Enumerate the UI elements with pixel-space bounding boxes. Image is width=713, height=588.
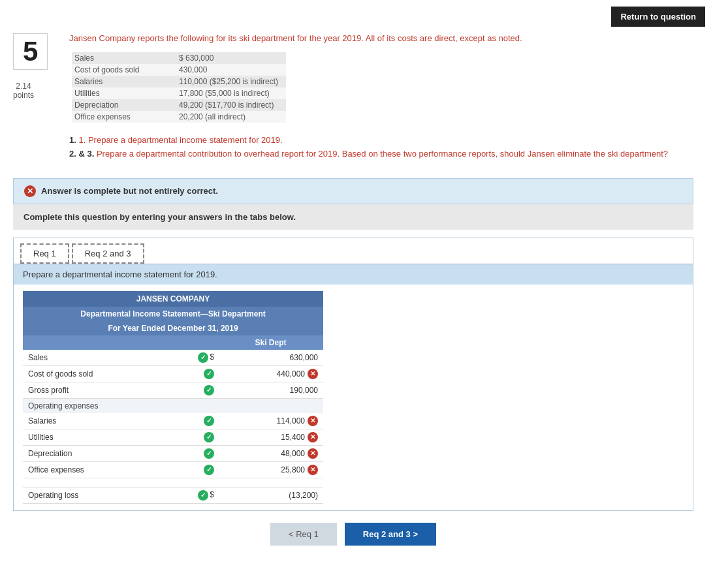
x-icon: ✕ xyxy=(308,432,318,442)
given-item-label: Salaries xyxy=(72,76,176,87)
question-intro: Jansen Company reports the following for… xyxy=(69,33,693,43)
row-label: Gross profit xyxy=(23,382,188,398)
points-label: points xyxy=(13,91,34,100)
given-item-value: 110,000 ($25,200 is indirect) xyxy=(176,76,286,87)
row-value: 440,000✕ xyxy=(218,365,323,382)
given-data-row: Depreciation 49,200 ($17,700 is indirect… xyxy=(72,99,286,111)
statement-period: For Year Ended December 31, 2019 xyxy=(23,321,323,335)
check-icon: ✓ xyxy=(204,369,214,379)
row-value: 630,000 xyxy=(218,350,323,366)
given-item-label: Office expenses xyxy=(72,111,176,123)
row-value: 190,000 xyxy=(218,382,323,398)
income-statement-row: Depreciation ✓ 48,000✕ xyxy=(23,445,323,461)
income-statement-row: Utilities ✓ 15,400✕ xyxy=(23,429,323,445)
row-label: Sales xyxy=(23,350,188,366)
row-value: 48,000✕ xyxy=(218,445,323,461)
row-value: 25,800✕ xyxy=(218,461,323,478)
error-icon: ✕ xyxy=(24,185,36,197)
given-data-row: Sales $ 630,000 xyxy=(72,52,286,64)
given-item-label: Cost of goods sold xyxy=(72,64,176,76)
statement-title: Departmental Income Statement—Ski Depart… xyxy=(23,307,323,321)
row-value: (13,200) xyxy=(218,487,323,503)
question-number: 5 xyxy=(13,33,48,70)
row-label: Utilities xyxy=(23,429,188,445)
navigation-buttons: < Req 1 Req 2 and 3 > xyxy=(13,523,693,546)
question-tasks: 1. 1. Prepare a departmental income stat… xyxy=(69,133,693,161)
alert-text: Answer is complete but not entirely corr… xyxy=(41,186,218,196)
x-icon: ✕ xyxy=(308,369,318,379)
income-statement-row xyxy=(23,478,323,487)
x-icon: ✕ xyxy=(308,416,318,426)
given-item-value: 49,200 ($17,700 is indirect) xyxy=(176,99,286,111)
row-label: Salaries xyxy=(23,413,188,429)
x-icon: ✕ xyxy=(308,448,318,459)
check-icon: ✓ xyxy=(204,432,214,442)
points-value: 2.14 xyxy=(13,82,34,91)
row-label: Office expenses xyxy=(23,461,188,478)
next-button[interactable]: Req 2 and 3 > xyxy=(345,523,436,546)
check-icon: ✓ xyxy=(204,385,214,395)
company-name: JANSEN COMPANY xyxy=(23,291,323,307)
row-value: 114,000✕ xyxy=(218,413,323,429)
given-item-value: $ 630,000 xyxy=(176,52,286,64)
row-label: Cost of goods sold xyxy=(23,365,188,382)
given-data-row: Salaries 110,000 ($25,200 is indirect) xyxy=(72,76,286,87)
income-statement-row: Operating loss ✓$ (13,200) xyxy=(23,487,323,503)
tab-req1[interactable]: Req 1 xyxy=(20,243,69,264)
given-item-label: Sales xyxy=(72,52,176,64)
income-statement-table: JANSEN COMPANY Departmental Income State… xyxy=(23,291,323,350)
given-item-value: 17,800 ($5,000 is indirect) xyxy=(176,87,286,99)
tabs-row: Req 1 Req 2 and 3 xyxy=(14,238,693,264)
given-data-row: Office expenses 20,200 (all indirect) xyxy=(72,111,286,123)
instruction-box: Complete this question by entering your … xyxy=(13,204,693,230)
given-data-row: Utilities 17,800 ($5,000 is indirect) xyxy=(72,87,286,99)
income-statement-row: Salaries ✓ 114,000✕ xyxy=(23,413,323,429)
prev-button[interactable]: < Req 1 xyxy=(270,523,337,546)
col-header-ski-dept: Ski Dept xyxy=(218,335,323,350)
tab-req2and3[interactable]: Req 2 and 3 xyxy=(72,243,144,264)
given-item-label: Depreciation xyxy=(72,99,176,111)
income-statement-row: Gross profit ✓ 190,000 xyxy=(23,382,323,398)
given-item-value: 430,000 xyxy=(176,64,286,76)
answer-alert: ✕ Answer is complete but not entirely co… xyxy=(13,178,693,204)
check-icon: ✓ xyxy=(198,352,208,363)
income-statement-row: Operating expenses xyxy=(23,398,323,413)
given-data-table: Sales $ 630,000Cost of goods sold 430,00… xyxy=(72,52,286,123)
x-icon: ✕ xyxy=(308,465,318,475)
given-data-row: Cost of goods sold 430,000 xyxy=(72,64,286,76)
given-item-label: Utilities xyxy=(72,87,176,99)
income-statement-row: Office expenses ✓ 25,800✕ xyxy=(23,461,323,478)
check-icon: ✓ xyxy=(204,465,214,475)
check-icon: ✓ xyxy=(198,490,208,501)
return-to-question-button[interactable]: Return to question xyxy=(611,7,705,27)
row-label: Depreciation xyxy=(23,445,188,461)
income-statement-row: Cost of goods sold ✓ 440,000✕ xyxy=(23,365,323,382)
given-item-value: 20,200 (all indirect) xyxy=(176,111,286,123)
check-icon: ✓ xyxy=(204,416,214,426)
row-label: Operating loss xyxy=(23,487,188,503)
row-value: 15,400✕ xyxy=(218,429,323,445)
income-statement-row: Sales ✓$ 630,000 xyxy=(23,350,323,366)
tab-content-header: Prepare a departmental income statement … xyxy=(14,264,693,285)
check-icon: ✓ xyxy=(204,448,214,459)
